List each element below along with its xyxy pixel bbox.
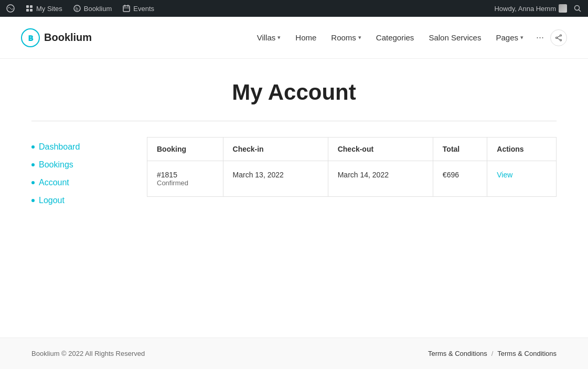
content-divider: [31, 121, 557, 121]
wordpress-icon: [6, 4, 15, 13]
svg-point-13: [560, 35, 562, 36]
chevron-down-icon: ▾: [358, 34, 361, 41]
sidebar-item-bookings: Bookings: [31, 160, 126, 170]
table-row: #1815 Confirmed March 13, 2022 March 14,…: [147, 161, 557, 197]
booklium-item[interactable]: b Booklium: [73, 4, 112, 13]
footer-links: Terms & Conditions / Terms & Conditions: [428, 350, 557, 357]
account-sidebar: Dashboard Bookings Account Logout: [31, 137, 126, 205]
nav-villas[interactable]: Villas ▾: [251, 29, 287, 46]
logout-link[interactable]: Logout: [39, 196, 65, 205]
table-body: #1815 Confirmed March 13, 2022 March 14,…: [147, 161, 557, 197]
admin-bar-left: My Sites b Booklium Events: [6, 4, 154, 13]
table-header-row: Booking Check-in Check-out Total Actions: [147, 138, 557, 161]
admin-bar-right: Howdy, Anna Hemm: [494, 4, 582, 13]
my-sites-item[interactable]: My Sites: [25, 4, 62, 13]
cell-checkout: March 14, 2022: [328, 161, 433, 197]
search-button[interactable]: [573, 4, 582, 13]
booklium-admin-icon: b: [73, 4, 81, 13]
avatar: [559, 4, 567, 13]
svg-point-14: [560, 39, 562, 41]
bullet-icon: [31, 163, 35, 166]
svg-line-12: [579, 10, 581, 12]
site-header: ʙ Booklium Villas ▾ Home Rooms ▾ Categor…: [0, 17, 588, 59]
nav-categories[interactable]: Categories: [370, 29, 421, 46]
sidebar-item-logout: Logout: [31, 196, 126, 205]
svg-line-17: [557, 38, 560, 39]
sidebar-item-dashboard: Dashboard: [31, 142, 126, 152]
svg-point-15: [556, 37, 558, 38]
nav-pages[interactable]: Pages ▾: [489, 29, 530, 46]
logo-text: Booklium: [44, 31, 92, 44]
svg-line-16: [557, 36, 560, 37]
booklium-admin-label: Booklium: [84, 5, 112, 13]
footer-link-terms-2[interactable]: Terms & Conditions: [497, 350, 557, 357]
cell-total: €696: [433, 161, 487, 197]
chevron-down-icon: ▾: [277, 34, 281, 41]
nav-home[interactable]: Home: [289, 29, 323, 46]
view-booking-link[interactable]: View: [497, 171, 512, 179]
main-content: My Account Dashboard Bookings Account: [0, 59, 588, 338]
share-button[interactable]: [550, 29, 567, 46]
cell-booking: #1815 Confirmed: [147, 161, 223, 197]
site-logo[interactable]: ʙ Booklium: [21, 28, 92, 47]
account-link[interactable]: Account: [39, 178, 69, 187]
svg-rect-7: [123, 6, 130, 12]
bookings-table-wrap: Booking Check-in Check-out Total Actions…: [147, 137, 557, 197]
nav-salon-services[interactable]: Salon Services: [422, 29, 487, 46]
footer-copyright: Booklium © 2022 All Rights Reserved: [31, 350, 145, 357]
svg-text:b: b: [76, 6, 78, 12]
logo-icon: ʙ: [21, 28, 40, 47]
cell-actions: View: [487, 161, 557, 197]
howdy-label: Howdy, Anna Hemm: [494, 5, 556, 13]
more-nav-button[interactable]: ···: [532, 28, 548, 47]
booking-status: Confirmed: [157, 179, 213, 187]
col-total: Total: [433, 138, 487, 161]
events-label: Events: [133, 5, 154, 13]
my-sites-label: My Sites: [36, 5, 62, 13]
howdy-item[interactable]: Howdy, Anna Hemm: [494, 4, 567, 13]
col-checkin: Check-in: [223, 138, 328, 161]
svg-rect-3: [26, 9, 29, 12]
account-layout: Dashboard Bookings Account Logout: [31, 137, 557, 205]
share-icon: [555, 34, 562, 41]
col-actions: Actions: [487, 138, 557, 161]
bookings-table: Booking Check-in Check-out Total Actions…: [147, 137, 557, 197]
bullet-icon: [31, 181, 35, 184]
nav-rooms[interactable]: Rooms ▾: [325, 29, 368, 46]
wp-icon-item[interactable]: [6, 4, 15, 13]
col-booking: Booking: [147, 138, 223, 161]
events-item[interactable]: Events: [122, 4, 154, 13]
site-footer: Booklium © 2022 All Rights Reserved Term…: [0, 338, 588, 369]
svg-rect-2: [30, 5, 33, 8]
sidebar-nav-list: Dashboard Bookings Account Logout: [31, 142, 126, 205]
bookings-link[interactable]: Bookings: [39, 160, 73, 170]
my-sites-icon: [25, 4, 34, 13]
svg-rect-4: [30, 9, 33, 12]
logo-char: ʙ: [28, 32, 33, 44]
footer-link-terms-1[interactable]: Terms & Conditions: [428, 350, 487, 357]
events-icon: [122, 4, 131, 13]
cell-checkin: March 13, 2022: [223, 161, 328, 197]
main-nav: Villas ▾ Home Rooms ▾ Categories Salon S…: [251, 28, 567, 47]
search-icon: [573, 4, 582, 13]
dashboard-link[interactable]: Dashboard: [39, 142, 80, 152]
bullet-icon: [31, 145, 35, 149]
bullet-icon: [31, 199, 35, 202]
page-title: My Account: [31, 80, 557, 105]
svg-point-11: [575, 6, 580, 10]
sidebar-item-account: Account: [31, 178, 126, 187]
admin-bar: My Sites b Booklium Events Howdy, Anna H…: [0, 0, 588, 17]
col-checkout: Check-out: [328, 138, 433, 161]
booking-number: #1815: [157, 171, 213, 179]
chevron-down-icon: ▾: [520, 34, 523, 41]
table-head: Booking Check-in Check-out Total Actions: [147, 138, 557, 161]
svg-rect-1: [26, 5, 29, 8]
footer-separator: /: [491, 350, 494, 357]
